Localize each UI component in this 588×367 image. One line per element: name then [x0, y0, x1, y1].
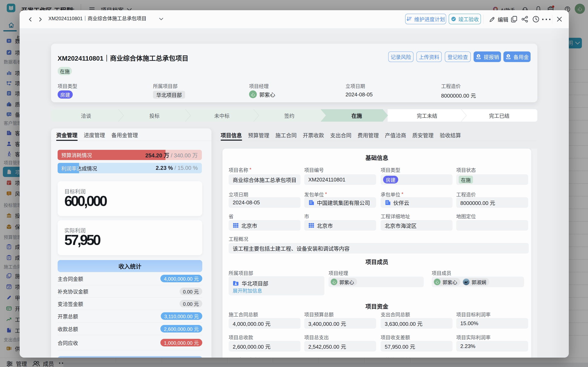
svg-text:$: $ [508, 55, 509, 58]
svg-text:$: $ [478, 55, 479, 58]
